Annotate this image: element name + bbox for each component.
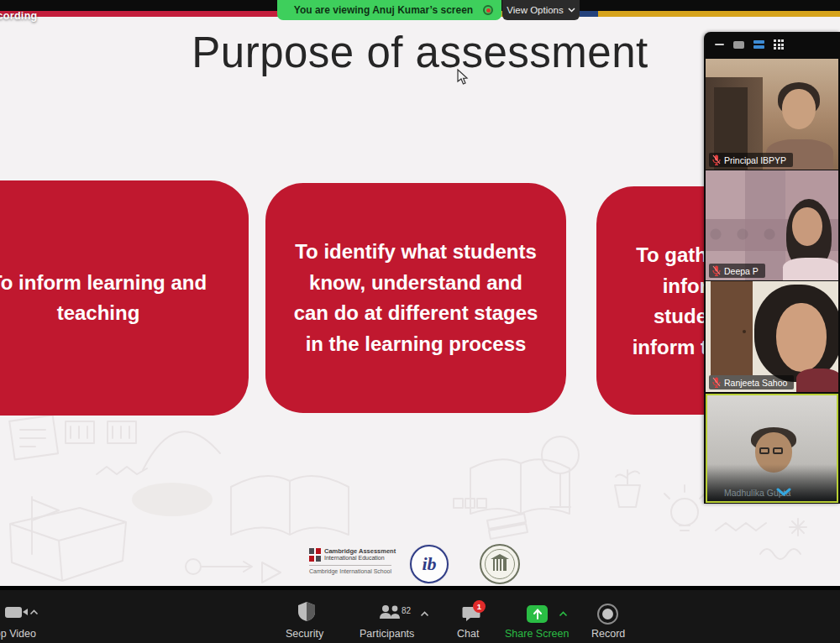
chevron-up-icon[interactable] [29, 609, 39, 615]
scroll-more-chevron-icon[interactable] [776, 488, 791, 496]
video-background [743, 330, 746, 333]
participant-name: Principal IBPYP [724, 155, 786, 165]
participant-silhouette [792, 207, 822, 246]
assessment-card-2: To identify what students know, understa… [265, 183, 566, 413]
glasses [759, 447, 788, 455]
participant-name: Ranjeeta Sahoo [724, 378, 787, 388]
cambridge-logo-line3: Cambridge International School [309, 568, 391, 574]
video-camera-icon [23, 609, 28, 615]
participant-silhouette [783, 258, 838, 280]
participants-people-icon [379, 604, 402, 620]
participant-name-tag: Ranjeeta Sahoo [709, 375, 794, 389]
chevron-down-icon [568, 8, 575, 13]
logo-divider [309, 565, 391, 566]
recording-indicator: Recording [0, 10, 38, 22]
speaker-view-icon[interactable] [733, 41, 744, 49]
screen-share-banner[interactable]: You are viewing Anuj Kumar’s screen [277, 0, 501, 20]
cambridge-shield-icon [309, 548, 321, 562]
stop-video-label: Stop Video [0, 628, 36, 640]
gallery-view-icon[interactable] [774, 39, 784, 50]
assessment-card-1: To inform learning and teaching [0, 180, 249, 416]
chat-label: Chat [457, 628, 479, 640]
mic-muted-icon [712, 377, 721, 388]
participant-silhouette [776, 303, 827, 372]
participant-name-tag: Principal IBPYP [709, 153, 793, 167]
mouse-cursor [456, 69, 470, 86]
view-options-button[interactable]: View Options [502, 0, 580, 20]
mic-muted-icon [712, 154, 721, 165]
strip-view-icon[interactable] [753, 40, 764, 49]
school-emblem-logo [480, 544, 520, 584]
panel-view-controls [704, 32, 840, 57]
meeting-toolbar: Stop Video Security 82 Participants 1 Ch… [0, 586, 840, 643]
video-background [711, 281, 753, 375]
card-text: To identify what students know, understa… [294, 237, 538, 359]
participants-count: 82 [402, 606, 411, 615]
slide-stripe-blue-right [580, 11, 598, 17]
card-text-truncated: To gath infor stude inform t [603, 240, 707, 363]
participants-label: Participants [360, 628, 414, 640]
participant-silhouette [796, 369, 838, 392]
zoom-meeting-window: Purpose of assessment To inform learning… [0, 0, 840, 643]
chevron-up-icon[interactable] [559, 611, 568, 617]
record-label: Record [591, 628, 625, 640]
cambridge-logo-line1: Cambridge Assessment [324, 547, 396, 555]
card-text: To inform learning and teaching [0, 268, 207, 329]
school-emblem-building [493, 559, 507, 571]
ib-monogram: ib [422, 553, 436, 575]
ib-logo: ib [410, 545, 449, 583]
shield-icon [297, 601, 316, 622]
video-tile[interactable]: Ranjeeta Sahoo [706, 281, 838, 392]
view-options-label: View Options [507, 5, 564, 15]
security-label: Security [286, 628, 323, 640]
banner-text: You are viewing Anuj Kumar’s screen [294, 4, 473, 16]
share-screen-label: Share Screen [505, 628, 569, 640]
record-icon [597, 604, 618, 625]
participant-silhouette [782, 89, 816, 129]
participant-name: Deepa P [724, 266, 759, 276]
video-tile[interactable]: Principal IBPYP [706, 59, 838, 170]
video-tile[interactable]: Deepa P [706, 170, 838, 280]
minimize-panel-icon[interactable] [715, 44, 724, 46]
chat-unread-badge: 1 [473, 600, 486, 613]
video-camera-icon [5, 607, 22, 618]
chevron-up-icon[interactable] [420, 611, 429, 617]
video-tile-active-speaker[interactable]: Madhulika Gupta [706, 394, 838, 503]
participants-video-panel: Principal IBPYP Deepa P Ranjeeta Sahoo [704, 32, 840, 504]
mic-muted-icon [712, 265, 721, 276]
stop-share-dot-icon[interactable] [483, 5, 493, 15]
share-screen-icon [527, 605, 548, 623]
participant-name-tag: Deepa P [709, 264, 765, 278]
cambridge-logo-line2: International Education [324, 555, 385, 561]
